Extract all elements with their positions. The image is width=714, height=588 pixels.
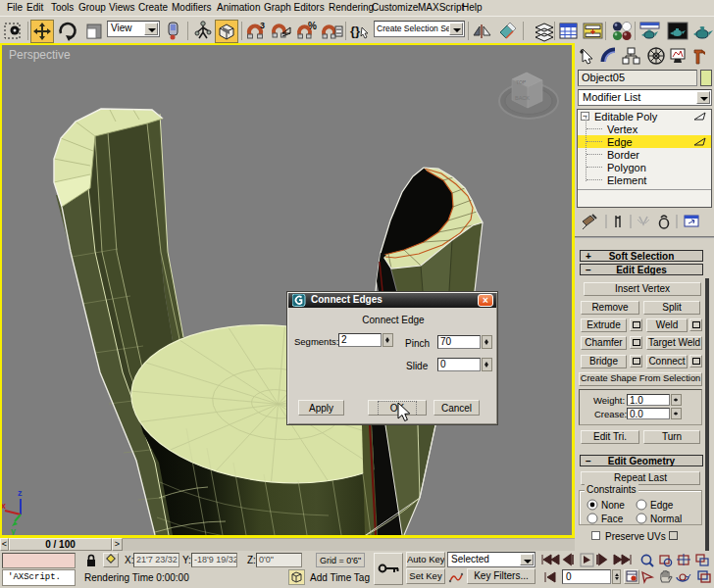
svg-text:z: z xyxy=(18,488,23,498)
svg-text:BACK: BACK xyxy=(515,95,530,101)
svg-text:{}: {} xyxy=(350,24,360,38)
svg-text:x: x xyxy=(2,501,6,511)
svg-text:TOP: TOP xyxy=(516,78,527,85)
svg-text:3: 3 xyxy=(260,21,265,30)
svg-text:y: y xyxy=(11,526,16,535)
svg-text:%: % xyxy=(308,21,317,31)
